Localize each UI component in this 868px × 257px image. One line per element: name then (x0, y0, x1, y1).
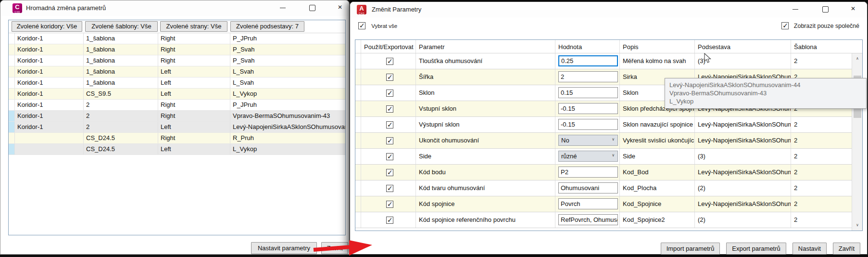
row-selector[interactable] (9, 89, 15, 99)
use-export-checkbox[interactable] (386, 90, 393, 97)
value-input[interactable]: Povrch (558, 198, 618, 209)
value-input[interactable]: 0.15 (558, 87, 618, 98)
row-selector[interactable] (9, 100, 15, 110)
minimize-button[interactable] (786, 2, 805, 16)
row-selector[interactable] (9, 144, 15, 154)
row-selector[interactable] (9, 55, 15, 66)
select-all-control: Vybrat vše (358, 22, 397, 29)
row-selector[interactable] (355, 117, 361, 132)
header-popis[interactable]: Popis (620, 40, 695, 53)
export-parameters-button[interactable]: Export parametrů (726, 243, 786, 255)
maximize-button[interactable] (302, 0, 322, 15)
value-input[interactable]: Ohumusovani (558, 182, 618, 193)
table-row[interactable]: Koridor-1 1_šablona Left L_Svah (9, 77, 345, 89)
show-common-checkbox[interactable] (781, 22, 789, 29)
row-selector[interactable] (355, 69, 361, 85)
corridor-selection-table: Zvolené koridory: Vše Zvolené šablony: V… (8, 20, 346, 235)
close-button[interactable] (331, 0, 351, 15)
cell-koridor: Koridor-1 (15, 122, 84, 132)
row-selector[interactable] (355, 133, 361, 148)
use-export-checkbox[interactable] (386, 105, 393, 113)
row-selector[interactable] (355, 149, 361, 164)
row-selector[interactable] (355, 53, 361, 69)
header-sablona[interactable]: Šablona (791, 40, 851, 53)
row-selector[interactable] (355, 85, 361, 101)
table-row[interactable]: Koridor-1 1_šablona Right P_JPruh (9, 33, 345, 44)
row-selector[interactable] (355, 165, 361, 180)
cell-podsestava: (3) (695, 53, 791, 69)
row-selector[interactable] (9, 122, 15, 132)
row-selector[interactable] (9, 66, 15, 77)
table-row[interactable]: Koridor-1 2 Right Vpravo-BermaSOhumusova… (9, 111, 345, 122)
value-dropdown[interactable]: různé (558, 151, 618, 162)
parameter-row[interactable]: Side různé Side (3) 2 (355, 149, 862, 165)
use-export-checkbox[interactable] (386, 153, 393, 160)
use-export-checkbox[interactable] (386, 185, 393, 192)
table-row[interactable]: Koridor-1 2 Right P_JPruh (9, 100, 345, 111)
row-selector[interactable] (9, 77, 15, 88)
use-export-checkbox[interactable] (386, 217, 393, 224)
table-row[interactable]: Koridor-1 2 Left Levý-NapojeniSirkaASklo… (9, 122, 345, 133)
scroll-up-icon[interactable] (852, 54, 863, 63)
value-input[interactable]: 0.25 (558, 55, 618, 66)
use-export-checkbox[interactable] (386, 137, 393, 144)
parameter-row[interactable]: Výstupní sklon -0.15 Sklon navazující sp… (355, 117, 862, 133)
row-selector[interactable] (9, 33, 15, 44)
parameter-row[interactable]: Kód bodu P2 Kod_Bod Levý-NapojeniSirkaAS… (355, 165, 862, 180)
use-export-checkbox[interactable] (386, 58, 393, 65)
cell-sablona: CS_D24.5 (84, 144, 158, 154)
table-row[interactable]: Koridor-1 CS_S9.5 Left L_Vykop (9, 89, 345, 100)
minimize-button[interactable] (273, 0, 292, 15)
row-selector[interactable] (355, 180, 361, 196)
header-hodnota[interactable]: Hodnota (555, 40, 620, 53)
maximize-button[interactable] (816, 2, 835, 16)
use-export-checkbox[interactable] (386, 169, 393, 176)
import-parameters-button[interactable]: Import parametrů (661, 243, 720, 255)
use-export-checkbox[interactable] (386, 74, 393, 81)
table-row[interactable]: Koridor-1 1_šablona Right P_Svah (9, 55, 345, 66)
parameter-row[interactable]: Tloušťka ohumusování 0.25 Měřená kolmo n… (355, 53, 862, 69)
table-row[interactable]: Koridor-1 1_šablona Right P_Svah (9, 44, 345, 55)
parameter-row[interactable]: Kód tvaru ohumusování Ohumusovani Kod_Pl… (355, 180, 862, 196)
close-button[interactable] (844, 2, 864, 16)
row-selector[interactable] (355, 212, 361, 228)
cell-use-export (361, 53, 416, 69)
table-row[interactable]: Koridor-1 1_šablona Left L_Svah (9, 66, 345, 77)
value-dropdown[interactable]: No (558, 135, 618, 146)
row-selector[interactable] (9, 133, 15, 143)
value-input[interactable]: 2 (558, 71, 618, 82)
cell-use-export (361, 212, 416, 228)
header-use-export[interactable]: Použít/Exportovat (361, 40, 416, 53)
use-export-checkbox[interactable] (386, 121, 393, 128)
row-selector[interactable] (9, 44, 15, 55)
filter-podsestavy-button[interactable]: Zvolené podsestavy: 7 (230, 21, 304, 32)
row-selector[interactable] (355, 196, 361, 212)
value-input[interactable]: -0.15 (558, 119, 618, 130)
value-input[interactable]: P2 (558, 167, 618, 178)
cell-parametr: Kód spojnice (416, 196, 555, 212)
parameter-row[interactable]: Ukončit ohumusování No Vykreslit svislic… (355, 133, 862, 149)
filter-strany-button[interactable]: Zvolené strany: Vše (160, 21, 227, 32)
parameter-row[interactable]: Kód spojnice referenčního povrchu RefPov… (355, 212, 862, 228)
table-row[interactable]: CS_D24.5 Right R_Pruh (9, 133, 345, 144)
value-input[interactable]: RefPovrch, Ohumusov (558, 214, 618, 225)
select-all-checkbox[interactable] (358, 22, 365, 29)
row-selector[interactable] (9, 111, 15, 121)
filter-koridory-button[interactable]: Zvolené koridory: Vše (12, 21, 82, 32)
use-export-checkbox[interactable] (386, 201, 393, 208)
cell-hodnota: Ohumusovani (555, 180, 620, 196)
header-podsestava[interactable]: Podsestava (695, 40, 791, 53)
close-dialog-button[interactable]: Zavřít (833, 243, 860, 255)
header-parametr[interactable]: Parametr (416, 40, 555, 53)
set-parameters-button[interactable]: Nastavit parametry (251, 242, 317, 254)
cell-koridor: Koridor-1 (15, 66, 84, 77)
parameter-row[interactable]: Kód spojnice Povrch Kod_Spojnice Levý-Na… (355, 196, 862, 212)
filter-sablony-button[interactable]: Zvolené šablony: Vše (85, 21, 158, 32)
row-selector[interactable] (355, 101, 361, 116)
table-row[interactable]: CS_D24.5 Left L_Vykop (9, 144, 345, 155)
cell-use-export (361, 85, 416, 101)
close-dialog-button[interactable]: Zavřít (321, 242, 348, 254)
scroll-down-icon[interactable] (852, 221, 863, 230)
value-input[interactable]: -0.15 (558, 103, 618, 114)
set-button[interactable]: Nastavit (793, 243, 827, 255)
